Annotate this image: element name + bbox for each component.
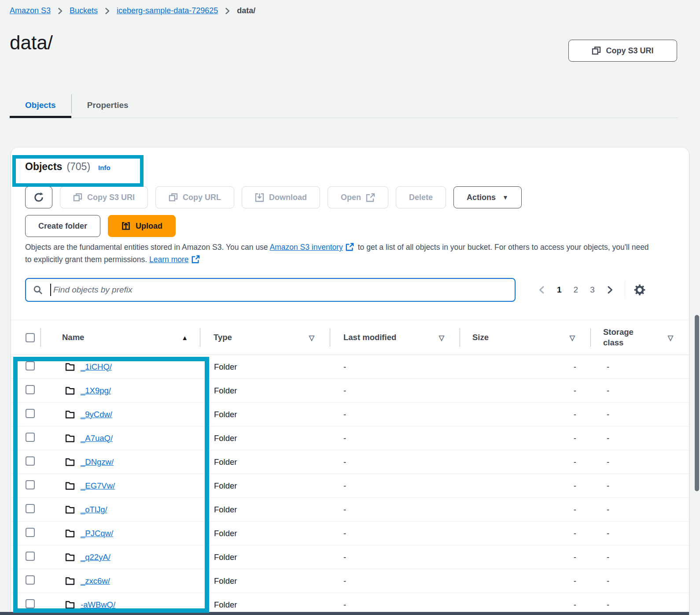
preferences-gear-button[interactable]	[634, 284, 645, 296]
row-checkbox[interactable]	[26, 385, 35, 394]
refresh-button[interactable]	[25, 186, 52, 208]
folder-icon	[65, 529, 75, 538]
table-row: _q22yA/ Folder - - -	[11, 545, 689, 569]
name-cell: _q22yA/	[41, 552, 200, 562]
page-button-2[interactable]: 2	[574, 285, 578, 295]
object-folder-link[interactable]: _9yCdw/	[81, 410, 112, 419]
storage-class-cell: -	[591, 600, 689, 610]
row-checkbox[interactable]	[26, 409, 35, 418]
object-folder-link[interactable]: _DNgzw/	[81, 457, 114, 467]
next-page-button[interactable]	[607, 285, 613, 295]
sort-icon: ▽	[439, 333, 444, 342]
table-row: _zxc6w/ Folder - - -	[11, 569, 689, 593]
breadcrumb-link-amazon-s3[interactable]: Amazon S3	[10, 6, 51, 15]
download-button[interactable]: Download	[242, 186, 320, 208]
type-cell: Folder	[200, 529, 330, 538]
storage-class-cell: -	[591, 410, 689, 419]
refresh-icon	[33, 192, 44, 203]
row-checkbox[interactable]	[26, 480, 35, 489]
select-all-checkbox[interactable]	[26, 333, 35, 342]
storage-class-cell: -	[591, 386, 689, 396]
page-button-1[interactable]: 1	[557, 285, 562, 295]
object-folder-link[interactable]: _1iCHQ/	[81, 362, 112, 372]
size-cell: -	[460, 362, 591, 372]
create-folder-label: Create folder	[38, 222, 87, 231]
name-cell: _1X9pg/	[41, 386, 200, 396]
row-checkbox[interactable]	[26, 575, 35, 585]
upload-button[interactable]: Upload	[108, 215, 176, 237]
external-link-icon	[346, 243, 354, 251]
tab-bar: Objects Properties	[10, 93, 678, 118]
tab-properties[interactable]: Properties	[72, 93, 144, 118]
object-folder-link[interactable]: _PJCqw/	[81, 529, 113, 538]
table-row: _9yCdw/ Folder - - -	[11, 403, 689, 426]
column-header-size[interactable]: Size ▽	[460, 320, 591, 355]
last-modified-cell: -	[330, 481, 460, 491]
object-folder-link[interactable]: -aWBwQ/	[81, 600, 115, 610]
copy-url-button[interactable]: Copy URL	[155, 186, 234, 208]
storage-class-cell: -	[591, 481, 689, 491]
column-header-last-modified[interactable]: Last modified ▽	[330, 320, 460, 355]
row-checkbox[interactable]	[26, 361, 35, 370]
actions-dropdown-button[interactable]: Actions ▼	[453, 186, 522, 208]
column-header-storage-class[interactable]: Storage class ▽	[591, 320, 689, 355]
learn-more-link[interactable]: Learn more	[149, 255, 189, 264]
row-checkbox-cell	[11, 409, 41, 420]
row-checkbox-cell	[11, 528, 41, 539]
chevron-right-icon	[104, 7, 110, 15]
open-button[interactable]: Open	[328, 186, 388, 208]
object-folder-link[interactable]: _EG7Vw/	[81, 481, 115, 491]
breadcrumb-link-bucket-name[interactable]: iceberg-sample-data-729625	[117, 6, 218, 15]
search-input[interactable]: Find objects by prefix	[25, 278, 516, 302]
row-checkbox-cell	[11, 480, 41, 492]
object-folder-link[interactable]: _1X9pg/	[81, 386, 111, 396]
row-checkbox[interactable]	[26, 433, 35, 442]
column-label-type: Type	[214, 333, 232, 342]
tab-objects-label: Objects	[25, 100, 56, 110]
table-body: _1iCHQ/ Folder - - - _1X9pg/ Folder	[11, 355, 689, 615]
type-cell: Folder	[200, 552, 330, 562]
objects-heading: Objects	[25, 161, 62, 173]
size-cell: -	[460, 576, 591, 586]
column-header-type[interactable]: Type ▽	[200, 320, 330, 355]
storage-class-cell: -	[591, 505, 689, 515]
breadcrumb-link-buckets[interactable]: Buckets	[70, 6, 98, 15]
tab-objects[interactable]: Objects	[10, 93, 71, 118]
table-row: _1iCHQ/ Folder - - -	[11, 355, 689, 379]
object-folder-link[interactable]: _zxc6w/	[81, 576, 110, 586]
object-folder-link[interactable]: _A7uaQ/	[81, 433, 113, 443]
object-folder-link[interactable]: _q22yA/	[81, 552, 111, 562]
breadcrumb-current: data/	[237, 6, 255, 15]
folder-icon	[65, 481, 75, 491]
table-row: _PJCqw/ Folder - - -	[11, 522, 689, 545]
amazon-s3-inventory-link[interactable]: Amazon S3 inventory	[270, 243, 343, 252]
last-modified-cell: -	[330, 433, 460, 443]
row-checkbox[interactable]	[26, 528, 35, 537]
toolbar-divider	[625, 281, 625, 299]
row-checkbox[interactable]	[26, 456, 35, 466]
size-cell: -	[460, 410, 591, 419]
scrollbar-thumb[interactable]	[695, 315, 699, 491]
object-folder-link[interactable]: _oTlJg/	[81, 505, 107, 515]
page-button-3[interactable]: 3	[590, 285, 595, 295]
delete-button[interactable]: Delete	[396, 186, 446, 208]
column-header-name[interactable]: Name ▲	[41, 320, 200, 355]
name-cell: _9yCdw/	[41, 410, 200, 419]
folder-icon	[65, 433, 75, 443]
type-cell: Folder	[200, 410, 330, 419]
last-modified-cell: -	[330, 457, 460, 467]
info-link[interactable]: Info	[98, 164, 111, 171]
previous-page-button[interactable]	[538, 285, 545, 295]
row-checkbox[interactable]	[26, 552, 35, 561]
create-folder-button[interactable]: Create folder	[25, 215, 100, 237]
row-checkbox[interactable]	[26, 504, 35, 513]
chevron-right-icon	[225, 7, 230, 15]
row-checkbox[interactable]	[26, 599, 35, 608]
column-label-name: Name	[62, 333, 84, 342]
copy-s3-uri-button[interactable]: Copy S3 URI	[568, 40, 677, 62]
copy-s3-uri-toolbar-button[interactable]: Copy S3 URI	[60, 186, 148, 208]
size-cell: -	[460, 600, 591, 610]
bottom-bar	[0, 612, 689, 615]
storage-class-cell: -	[591, 576, 689, 586]
row-checkbox-cell	[11, 385, 41, 396]
